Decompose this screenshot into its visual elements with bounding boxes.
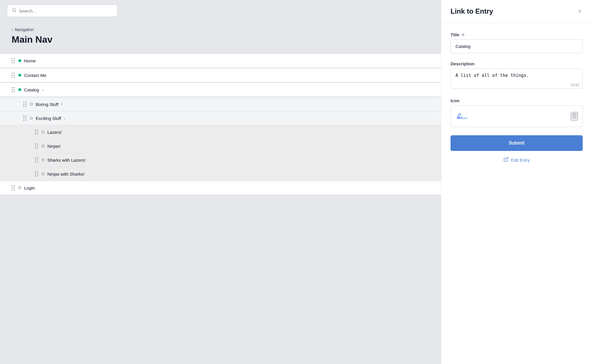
panel-header: Link to Entry × [441, 0, 592, 23]
item-label: Home [24, 58, 36, 63]
drag-handle[interactable] [35, 157, 38, 163]
drag-handle[interactable] [23, 116, 26, 121]
drag-handle[interactable] [12, 58, 15, 63]
item-label: Lazers! [47, 130, 62, 135]
description-field-group: Description A list of all of the things.… [451, 61, 583, 90]
drag-handle[interactable] [12, 87, 15, 92]
list-item[interactable]: Ninjas with Sharks! [0, 167, 441, 181]
status-dot [18, 59, 21, 62]
item-label: Boring Stuff [36, 102, 58, 107]
svg-point-0 [12, 8, 16, 12]
title-field-group: Title ✳ [451, 32, 583, 53]
status-dot [42, 131, 44, 134]
status-dot [42, 158, 44, 161]
item-label: Sharks with Lazers! [47, 158, 85, 163]
chevron-down-icon: ⌄ [42, 88, 44, 92]
list-item[interactable]: Home [0, 54, 441, 68]
icon-field-label: Icon [451, 98, 583, 103]
list-item[interactable]: Sharks with Lazers! [0, 153, 441, 167]
page-title: Main Nav [12, 34, 429, 45]
item-label: Login [24, 185, 35, 190]
description-wrapper: A list of all of the things. 28/40 [451, 69, 583, 90]
chevron-down-icon: ⌄ [63, 116, 66, 120]
list-item[interactable]: Contact Me [0, 68, 441, 82]
drag-handle[interactable] [35, 129, 38, 135]
nav-back-button[interactable]: ‹ Navigation [12, 27, 429, 32]
item-label: Contact Me [24, 73, 46, 78]
search-bar [7, 5, 117, 17]
status-dot [18, 74, 21, 77]
right-panel: Link to Entry × Title ✳ Description A li… [441, 0, 592, 364]
description-field-label: Description [451, 61, 583, 66]
item-label: Catalog [24, 87, 39, 92]
drag-handle[interactable] [12, 185, 15, 190]
drag-handle[interactable] [12, 73, 15, 78]
item-label: Exciting Stuff [36, 116, 61, 121]
svg-line-2 [505, 157, 508, 160]
drag-handle[interactable] [35, 143, 38, 149]
back-arrow-icon: ‹ [12, 27, 13, 32]
nav-list: Home Contact Me Catalog ⌄ Boring Stuff [0, 54, 441, 364]
drag-handle[interactable] [35, 171, 38, 176]
loading-icon: ✳ [461, 33, 465, 37]
back-label: Navigation [15, 27, 34, 32]
chevron-right-icon: > [61, 102, 63, 106]
nav-header: ‹ Navigation Main Nav [0, 21, 441, 48]
icon-field-group: Icon [451, 98, 583, 127]
list-item[interactable]: Boring Stuff > [0, 97, 441, 111]
description-input[interactable]: A list of all of the things. [451, 69, 583, 89]
status-dot [42, 145, 44, 147]
char-count: 28/40 [571, 83, 579, 87]
list-item[interactable]: Lazers! [0, 125, 441, 139]
search-bar-container [0, 0, 441, 21]
external-link-icon [503, 157, 509, 163]
list-item[interactable]: Login [0, 181, 441, 195]
status-dot [30, 103, 33, 106]
status-dot [42, 172, 44, 175]
edit-entry-label: Edit Entry [511, 158, 530, 163]
list-item[interactable]: Catalog ⌄ [0, 83, 441, 97]
icon-preview [451, 105, 583, 127]
list-item[interactable]: Exciting Stuff ⌄ [0, 111, 441, 125]
shark-icon [455, 109, 468, 123]
status-dot [18, 186, 21, 189]
status-dot [18, 88, 21, 91]
submit-button[interactable]: Submit [451, 135, 583, 151]
title-field-label: Title ✳ [451, 32, 583, 37]
panel-body: Title ✳ Description A list of all of the… [441, 23, 592, 364]
search-input[interactable] [19, 8, 112, 13]
close-button[interactable]: × [577, 7, 583, 16]
delete-icon-button[interactable] [571, 112, 578, 120]
item-label: Ninjas! [47, 144, 61, 149]
search-icon [12, 8, 17, 14]
panel-title: Link to Entry [451, 7, 493, 15]
title-input[interactable] [451, 39, 583, 53]
edit-entry-link[interactable]: Edit Entry [451, 157, 583, 163]
status-dot [30, 117, 33, 120]
list-item[interactable]: Ninjas! [0, 139, 441, 153]
drag-handle[interactable] [23, 102, 26, 107]
left-panel: ‹ Navigation Main Nav Home Contact Me [0, 0, 441, 364]
item-label: Ninjas with Sharks! [47, 172, 85, 176]
svg-line-1 [15, 11, 16, 12]
